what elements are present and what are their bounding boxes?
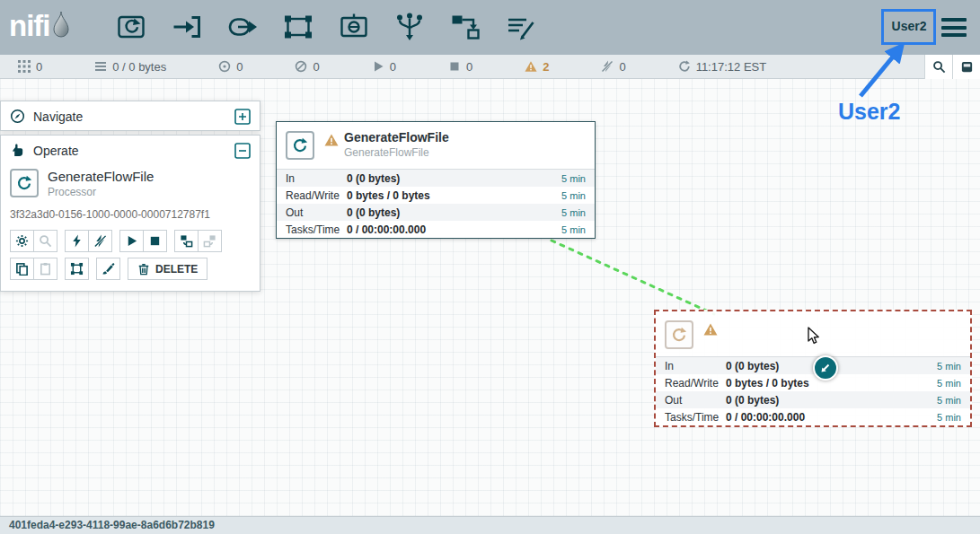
stat-value: 0 (0 bytes) <box>347 206 561 219</box>
stat-window: 5 min <box>561 173 586 184</box>
queued-icon <box>94 60 107 73</box>
compass-icon <box>10 109 25 124</box>
active-threads-icon <box>18 60 31 73</box>
navigate-panel-header: Navigate <box>1 101 260 131</box>
stat-value: 0 (0 bytes) <box>726 394 937 407</box>
ungroup-icon <box>203 234 216 248</box>
stat-row-in: In 0 (0 bytes) 5 min <box>277 170 595 187</box>
process-group-icon[interactable] <box>282 11 314 43</box>
operate-panel: Operate GenerateFlowFile Processor 3f32a… <box>0 135 260 292</box>
panel-toggle-button[interactable] <box>952 55 980 79</box>
start-button[interactable] <box>119 230 144 252</box>
disable-button[interactable] <box>88 230 112 252</box>
mouse-cursor-icon <box>806 327 822 346</box>
selected-component-text: GenerateFlowFile Processor <box>48 169 154 198</box>
label-icon[interactable] <box>505 11 537 43</box>
stat-transmitting: 0 <box>218 60 243 74</box>
processor-glyph-icon <box>10 169 39 197</box>
stat-row-tasks: Tasks/Time 0 / 00:00:00.000 5 min <box>656 408 970 425</box>
stop-icon <box>148 234 162 248</box>
stat-value: 0 (0 bytes) <box>347 172 561 185</box>
output-port-icon[interactable] <box>226 11 259 43</box>
delete-button[interactable]: DELETE <box>128 258 207 280</box>
invalid-count: 2 <box>543 60 549 74</box>
stat-window: 5 min <box>937 361 961 372</box>
stat-invalid: 2 <box>525 60 549 74</box>
stat-stopped: 0 <box>448 60 472 74</box>
lightning-slash-icon <box>93 234 107 248</box>
refresh-icon <box>678 60 691 73</box>
processor-node-generateflowfile[interactable]: GenerateFlowFile GenerateFlowFile In 0 (… <box>276 121 596 239</box>
stat-running: 0 <box>372 60 396 74</box>
delete-button-label: DELETE <box>155 263 198 276</box>
enable-button[interactable] <box>65 230 89 252</box>
stat-window: 5 min <box>561 224 586 235</box>
stat-active-threads: 0 <box>18 60 42 74</box>
not-transmitting-count: 0 <box>313 60 319 74</box>
gear-icon <box>15 234 29 248</box>
warning-icon <box>703 323 718 336</box>
stat-value: 0 bytes / 0 bytes <box>347 189 561 202</box>
stat-window: 5 min <box>937 412 961 423</box>
hand-icon <box>10 143 25 158</box>
template-frame-icon <box>70 262 84 276</box>
stat-row-out: Out 0 (0 bytes) 5 min <box>277 204 595 221</box>
nifi-logo: nifi <box>9 5 71 47</box>
stat-value: 0 / 00:00:00.000 <box>347 223 561 236</box>
processor-glyph-icon <box>286 131 314 160</box>
status-bar: 0 0 / 0 bytes 0 0 0 0 2 <box>0 55 980 79</box>
input-port-icon[interactable] <box>171 11 203 43</box>
change-color-button[interactable] <box>96 258 120 280</box>
paste-icon <box>39 262 52 276</box>
processor-node-titles: GenerateFlowFile GenerateFlowFile <box>344 130 449 159</box>
processor-stats: In 0 (0 bytes) 5 min Read/Write 0 bytes … <box>277 169 595 238</box>
stat-window: 5 min <box>937 395 961 406</box>
copy-button[interactable] <box>10 258 34 280</box>
create-template-button[interactable] <box>65 258 89 280</box>
selected-component-type: Processor <box>48 186 154 198</box>
not-transmitting-icon <box>295 60 307 73</box>
processor-node-header: GenerateFlowFile GenerateFlowFile <box>277 122 595 169</box>
search-button[interactable] <box>924 55 952 79</box>
disabled-icon <box>601 60 614 73</box>
play-icon <box>125 234 138 248</box>
remote-process-group-icon[interactable] <box>338 11 370 43</box>
footer-bar: 401feda4-e293-4118-99ae-8a6d6b72b819 <box>0 516 980 534</box>
panel-icon <box>960 60 974 74</box>
selected-component-id: 3f32a3d0-0156-1000-0000-0000712787f1 <box>10 208 251 221</box>
operate-panel-header: Operate <box>1 136 260 165</box>
current-user[interactable]: User2 <box>887 19 931 33</box>
stat-row-out: Out 0 (0 bytes) 5 min <box>656 391 970 408</box>
template-icon[interactable] <box>449 11 481 43</box>
stat-label: Read/Write <box>665 377 726 390</box>
flow-id: 401feda4-e293-4118-99ae-8a6d6b72b819 <box>9 519 215 531</box>
processor-icon[interactable] <box>115 11 147 43</box>
operate-buttons-row-1 <box>10 230 251 252</box>
group-icon <box>180 234 193 248</box>
logo-text: nifi <box>9 5 49 47</box>
stat-not-transmitting: 0 <box>295 60 319 74</box>
status-bar-actions <box>924 55 980 79</box>
component-toolbar <box>115 11 537 43</box>
configure-button[interactable] <box>10 230 34 252</box>
app-header: nifi <box>0 0 980 55</box>
stat-disabled: 0 <box>601 60 625 74</box>
global-menu-button[interactable] <box>941 18 967 41</box>
operate-buttons-row-2: DELETE <box>10 258 251 280</box>
stat-label: Out <box>665 394 726 407</box>
operate-collapse-button[interactable] <box>234 143 251 159</box>
running-count: 0 <box>390 60 396 74</box>
processor-name: GenerateFlowFile <box>344 130 449 144</box>
group-button[interactable] <box>174 230 199 252</box>
transmitting-count: 0 <box>236 60 243 74</box>
refresh-status[interactable]: 11:17:12 EST <box>678 60 767 74</box>
stat-window: 5 min <box>561 207 586 218</box>
drop-location-badge <box>813 355 838 381</box>
selected-component-name: GenerateFlowFile <box>48 169 154 184</box>
stop-button[interactable] <box>143 230 167 252</box>
funnel-icon[interactable] <box>393 11 426 43</box>
queued-count: 0 / 0 bytes <box>112 60 166 74</box>
stat-label: Out <box>286 206 347 219</box>
copy-icon <box>15 262 29 276</box>
navigate-expand-button[interactable] <box>234 109 251 125</box>
